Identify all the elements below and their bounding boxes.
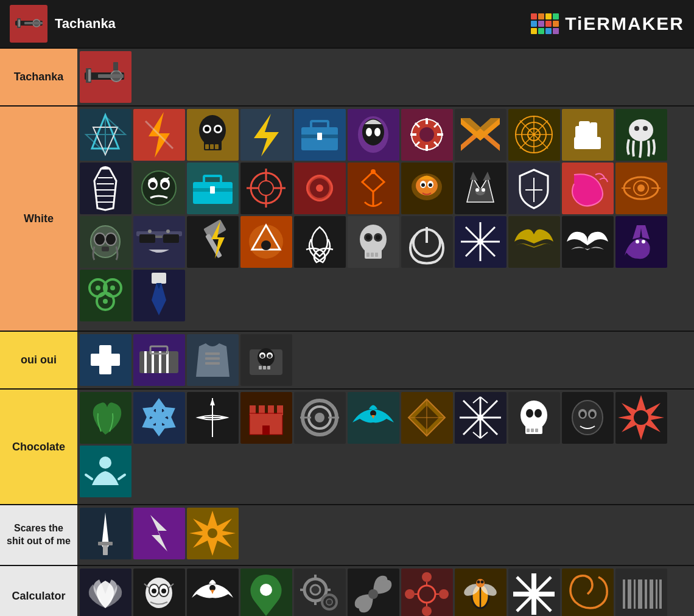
svg-point-288 — [476, 579, 485, 587]
logo-dot — [531, 13, 537, 19]
op-icon[interactable] — [80, 216, 131, 268]
op-icon[interactable] — [401, 569, 453, 616]
op-icon[interactable] — [348, 216, 399, 268]
op-icon[interactable] — [401, 392, 453, 444]
op-icon[interactable] — [401, 163, 453, 214]
tier-label-white: White — [0, 107, 77, 331]
op-icon[interactable] — [562, 216, 614, 268]
svg-rect-199 — [277, 405, 283, 415]
svg-rect-11 — [88, 69, 91, 82]
svg-point-252 — [208, 528, 217, 538]
logo-dot — [538, 21, 544, 27]
op-icon[interactable] — [80, 508, 131, 559]
op-icon[interactable] — [187, 109, 239, 161]
op-icon[interactable] — [240, 392, 292, 444]
op-icon[interactable] — [615, 216, 667, 268]
op-icon[interactable] — [80, 270, 131, 321]
op-icon[interactable] — [294, 109, 346, 161]
op-icon[interactable] — [615, 163, 667, 214]
op-icon[interactable] — [80, 446, 131, 497]
svg-point-160 — [103, 299, 108, 304]
svg-rect-154 — [80, 270, 131, 321]
op-icon[interactable] — [294, 392, 346, 444]
op-icon[interactable] — [240, 109, 292, 161]
op-icon[interactable] — [80, 334, 131, 386]
op-icon[interactable] — [508, 109, 560, 161]
svg-point-69 — [150, 182, 156, 188]
svg-rect-232 — [531, 429, 534, 432]
svg-rect-58 — [574, 137, 601, 149]
op-icon[interactable] — [401, 109, 453, 161]
op-icon[interactable] — [80, 163, 131, 214]
op-icon[interactable] — [187, 334, 239, 386]
op-icon[interactable] — [401, 216, 453, 268]
tier-content-chocolate — [77, 390, 694, 504]
svg-rect-304 — [656, 579, 657, 609]
op-icon[interactable] — [562, 569, 614, 616]
op-icon[interactable] — [455, 216, 506, 268]
op-icon[interactable] — [455, 109, 506, 161]
svg-point-227 — [520, 401, 547, 430]
logo-dot — [531, 21, 537, 27]
op-icon[interactable] — [187, 163, 239, 214]
svg-point-70 — [162, 182, 168, 188]
svg-point-148 — [477, 239, 483, 245]
op-icon[interactable] — [240, 569, 292, 616]
op-icon[interactable] — [133, 109, 185, 161]
op-icon[interactable] — [187, 392, 239, 444]
op-icon[interactable] — [240, 163, 292, 214]
header-left: Tachanka — [10, 5, 116, 43]
op-icon[interactable] — [133, 216, 185, 268]
op-icon[interactable] — [133, 392, 185, 444]
svg-point-60 — [629, 119, 653, 141]
op-icon[interactable] — [455, 569, 506, 616]
op-icon[interactable] — [348, 569, 399, 616]
svg-point-158 — [96, 285, 100, 290]
op-icon[interactable] — [133, 569, 185, 616]
svg-point-289 — [477, 581, 480, 584]
svg-rect-137 — [366, 253, 370, 257]
op-icon[interactable] — [133, 334, 185, 386]
svg-rect-57 — [590, 122, 597, 139]
svg-rect-248 — [98, 542, 113, 545]
svg-rect-10 — [98, 74, 124, 78]
op-icon[interactable] — [80, 109, 131, 161]
tachanka-svg — [12, 7, 46, 41]
op-icon[interactable] — [187, 216, 239, 268]
op-icon[interactable] — [348, 109, 399, 161]
op-icon[interactable] — [294, 569, 346, 616]
op-icon[interactable] — [615, 109, 667, 161]
op-icon[interactable] — [562, 392, 614, 444]
header: Tachanka TiERMAKER — [0, 0, 694, 49]
op-icon[interactable] — [508, 569, 560, 616]
op-icon[interactable] — [133, 163, 185, 214]
op-icon[interactable] — [508, 163, 560, 214]
svg-point-117 — [148, 229, 152, 233]
op-icon[interactable] — [348, 163, 399, 214]
svg-point-225 — [477, 415, 483, 421]
op-icon[interactable] — [455, 392, 506, 444]
svg-rect-75 — [210, 186, 215, 194]
op-icon[interactable] — [455, 163, 506, 214]
op-icon[interactable] — [133, 508, 185, 559]
op-icon[interactable] — [348, 392, 399, 444]
op-icon[interactable] — [294, 163, 346, 214]
op-icon[interactable] — [615, 569, 667, 616]
op-icon[interactable] — [508, 392, 560, 444]
op-icon[interactable] — [562, 163, 614, 214]
svg-point-25 — [205, 127, 209, 131]
op-icon[interactable] — [80, 51, 131, 103]
svg-point-40 — [366, 128, 372, 136]
svg-rect-114 — [102, 247, 109, 251]
op-icon[interactable] — [187, 508, 239, 559]
op-icon[interactable] — [80, 569, 131, 616]
op-icon[interactable] — [133, 270, 185, 321]
op-icon[interactable] — [240, 216, 292, 268]
op-icon[interactable] — [187, 569, 239, 616]
op-icon[interactable] — [508, 216, 560, 268]
op-icon[interactable] — [240, 334, 292, 386]
op-icon[interactable] — [294, 216, 346, 268]
op-icon[interactable] — [562, 109, 614, 161]
op-icon[interactable] — [80, 392, 131, 444]
op-icon[interactable] — [615, 392, 667, 444]
